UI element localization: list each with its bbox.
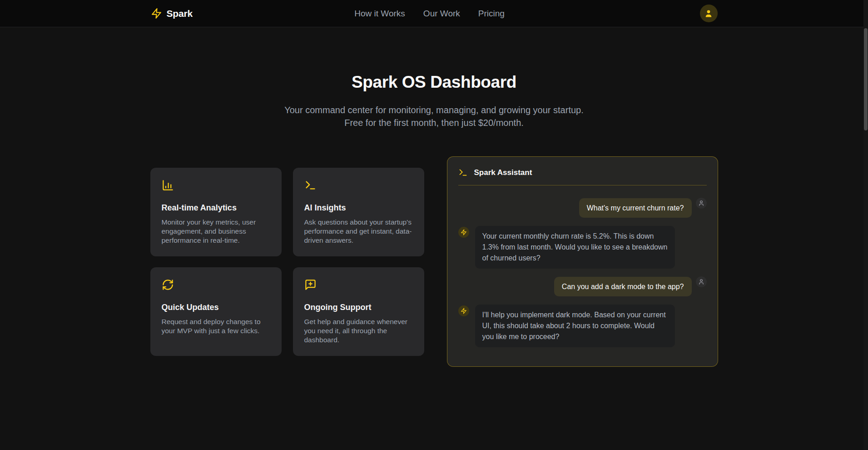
message-square-plus-icon (304, 279, 317, 293)
page-title: Spark OS Dashboard (0, 73, 868, 92)
feature-card-quick-updates: Quick Updates Request and deploy changes… (150, 267, 282, 356)
bar-chart-icon (162, 179, 174, 193)
zap-icon (461, 308, 467, 314)
chat-message-assistant: I'll help you implement dark mode. Based… (458, 305, 707, 347)
feature-card-support: Ongoing Support Get help and guidance wh… (293, 267, 424, 356)
chat-message-user: What's my current churn rate? (458, 198, 707, 218)
top-nav: Spark How it Works Our Work Pricing (0, 0, 868, 27)
user-icon (698, 200, 704, 206)
chat-message-assistant: Your current monthly churn rate is 5.2%.… (458, 226, 707, 269)
feature-description: Monitor your key metrics, user engagemen… (162, 218, 270, 245)
terminal-icon (304, 179, 317, 193)
nav-link-our-work[interactable]: Our Work (423, 9, 460, 19)
assistant-avatar (458, 305, 469, 316)
user-icon (698, 279, 704, 285)
nav-link-how-it-works[interactable]: How it Works (354, 9, 405, 19)
user-icon (704, 9, 713, 18)
feature-description: Request and deploy changes to your MVP w… (162, 317, 270, 335)
feature-card-ai-insights: AI Insights Ask questions about your sta… (293, 168, 424, 256)
feature-card-analytics: Real-time Analytics Monitor your key met… (150, 168, 282, 256)
nav-links: How it Works Our Work Pricing (354, 9, 505, 19)
assistant-message-bubble: I'll help you implement dark mode. Based… (475, 305, 675, 347)
user-avatar (696, 198, 707, 209)
chat-messages: What's my current churn rate? Your curre… (458, 198, 707, 347)
page-subtitle: Your command center for monitoring, mana… (280, 104, 589, 129)
hero-section: Spark OS Dashboard Your command center f… (0, 27, 868, 129)
zap-icon (461, 229, 467, 235)
spark-assistant-panel: Spark Assistant What's my current churn … (447, 156, 718, 367)
scrollbar (863, 0, 868, 450)
feature-title: Real-time Analytics (162, 203, 270, 213)
nav-link-pricing[interactable]: Pricing (478, 9, 505, 19)
refresh-icon (162, 279, 174, 293)
user-message-bubble: What's my current churn rate? (579, 198, 692, 218)
main-content: Real-time Analytics Monitor your key met… (0, 156, 868, 367)
brand-name: Spark (167, 8, 193, 19)
feature-grid: Real-time Analytics Monitor your key met… (150, 168, 424, 356)
terminal-icon (458, 168, 468, 177)
user-avatar-button[interactable] (700, 5, 718, 22)
feature-title: Quick Updates (162, 303, 270, 312)
feature-title: Ongoing Support (304, 303, 413, 312)
user-avatar (696, 276, 707, 287)
zap-icon (151, 8, 162, 19)
feature-description: Get help and guidance whenever you need … (304, 317, 413, 345)
nav-container: Spark How it Works Our Work Pricing (151, 0, 718, 27)
assistant-panel-title: Spark Assistant (474, 168, 532, 177)
chat-message-user: Can you add a dark mode to the app? (458, 277, 707, 296)
feature-description: Ask questions about your startup's perfo… (304, 218, 413, 245)
feature-title: AI Insights (304, 203, 413, 213)
assistant-message-bubble: Your current monthly churn rate is 5.2%.… (475, 226, 675, 269)
assistant-avatar (458, 227, 469, 238)
assistant-panel-header: Spark Assistant (458, 168, 707, 185)
brand-logo[interactable]: Spark (151, 8, 193, 19)
scrollbar-thumb[interactable] (864, 28, 868, 130)
user-message-bubble: Can you add a dark mode to the app? (554, 277, 692, 296)
